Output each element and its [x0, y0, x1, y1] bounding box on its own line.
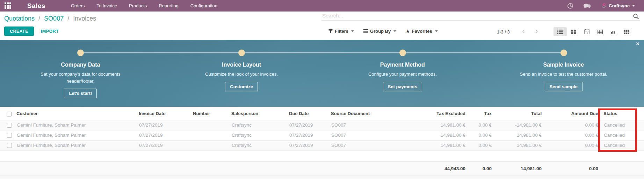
customize-button[interactable]: Customize	[225, 82, 258, 91]
import-button[interactable]: IMPORT	[39, 27, 60, 36]
set-payments-button[interactable]: Set payments	[383, 82, 422, 91]
step-dot-icon	[560, 50, 567, 56]
cell-status: Cancelled	[601, 120, 644, 130]
row-checkbox[interactable]	[7, 143, 12, 148]
col-header-tax-excluded[interactable]: Tax Excluded	[390, 107, 468, 120]
cell-number	[190, 120, 229, 130]
group-by-dropdown[interactable]: Group By	[363, 29, 396, 34]
menu-orders[interactable]: Orders	[71, 3, 85, 8]
search-controls: Filters Group By ★ Favorites	[328, 29, 438, 34]
cell-total: 14,981.00 €	[494, 140, 544, 150]
breadcrumb-quotations[interactable]: Quotations	[4, 15, 35, 22]
chevron-down-icon	[435, 30, 438, 32]
send-sample-button[interactable]: Send sample	[545, 82, 583, 91]
col-header-number[interactable]: Number	[190, 107, 229, 120]
cell-due-date: 07/27/2019	[287, 140, 328, 150]
filters-dropdown[interactable]: Filters	[328, 29, 354, 34]
pager-range: 1-3 / 3	[497, 29, 510, 35]
step-description: Configure your payment methods.	[357, 71, 448, 78]
pivot-view-button[interactable]	[593, 27, 607, 36]
total-total: 14,981.00	[494, 162, 544, 176]
cell-amount-due: 0.00 €	[544, 130, 601, 140]
col-header-invoice-date[interactable]: Invoice Date	[136, 107, 190, 120]
breadcrumb-separator: /	[67, 15, 69, 22]
cell-amount-due: 0.00 €	[544, 140, 601, 150]
invoice-list-table: Customer Invoice Date Number Salesperson…	[0, 107, 644, 151]
apps-grid-icon[interactable]	[5, 2, 11, 9]
step-description: Send an invoice to test the customer por…	[519, 71, 609, 78]
search-input[interactable]	[321, 13, 622, 18]
col-header-due-date[interactable]: Due Date	[287, 107, 328, 120]
group-by-label: Group By	[370, 29, 391, 34]
total-tax-excluded: 44,943.00	[390, 162, 468, 176]
lets-start-button[interactable]: Let's start!	[64, 89, 97, 98]
user-name: Craftsync	[609, 3, 630, 8]
step-description: Customize the look of your invoices.	[196, 71, 287, 78]
table-row[interactable]: Gemini Furniture, Soham Palmer 07/27/201…	[0, 120, 644, 130]
list-view-button[interactable]	[553, 27, 567, 36]
col-header-status[interactable]: Status	[601, 107, 644, 120]
cell-tax-excluded: 14,981.00 €	[390, 130, 468, 140]
row-checkbox[interactable]	[7, 123, 12, 128]
breadcrumb-so007[interactable]: SO007	[44, 15, 64, 22]
menu-products[interactable]: Products	[129, 3, 147, 8]
kanban-view-button[interactable]	[567, 27, 580, 36]
calendar-view-button[interactable]	[580, 27, 593, 36]
table-row[interactable]: Gemini Furniture, Soham Palmer 07/27/201…	[0, 130, 644, 140]
cell-source-document: SO007	[328, 120, 390, 130]
activity-view-button[interactable]	[620, 27, 633, 36]
col-header-tax[interactable]: Tax	[468, 107, 494, 120]
col-header-salesperson[interactable]: Salesperson	[229, 107, 287, 120]
breadcrumb-current: Invoices	[73, 15, 96, 22]
cell-status: Cancelled	[601, 140, 644, 150]
step-description: Set your company's data for documents he…	[35, 71, 125, 84]
filters-label: Filters	[335, 29, 348, 34]
col-header-source-document[interactable]: Source Document	[328, 107, 390, 120]
step-dot-icon	[238, 50, 245, 56]
col-header-amount-due[interactable]: Amount Due	[544, 107, 601, 120]
messages-chat-icon[interactable]	[583, 3, 591, 9]
menu-reporting[interactable]: Reporting	[159, 3, 178, 8]
cell-status: Cancelled	[601, 130, 644, 140]
step-title: Sample Invoice	[483, 62, 644, 68]
step-title: Company Data	[0, 62, 161, 68]
pager-next-icon[interactable]: ›	[535, 27, 538, 36]
onboarding-step-sample-invoice: Sample Invoice Send an invoice to test t…	[483, 40, 644, 107]
favorites-dropdown[interactable]: ★ Favorites	[406, 29, 437, 34]
row-checkbox[interactable]	[7, 133, 12, 138]
onboarding-banner: × Company Data Set your company's data f…	[0, 40, 644, 107]
menu-to-invoice[interactable]: To Invoice	[96, 3, 117, 8]
cell-source-document: SO007	[328, 140, 390, 150]
col-header-customer[interactable]: Customer	[14, 107, 136, 120]
cell-customer: Gemini Furniture, Soham Palmer	[14, 140, 136, 150]
total-tax: 0.00	[468, 162, 494, 176]
activities-clock-icon[interactable]	[566, 3, 574, 9]
menu-configuration[interactable]: Configuration	[190, 3, 217, 8]
cell-salesperson: Craftsync	[229, 130, 287, 140]
step-title: Payment Method	[322, 62, 483, 68]
search-icon[interactable]	[633, 13, 639, 20]
chevron-down-icon	[351, 30, 354, 32]
cell-source-document: SO007	[328, 130, 390, 140]
app-title[interactable]: Sales	[27, 2, 45, 10]
favorites-label: Favorites	[412, 29, 432, 34]
main-menu: Orders To Invoice Products Reporting Con…	[71, 3, 217, 8]
cell-total: 14,981.00 €	[494, 130, 544, 140]
group-by-icon	[363, 29, 368, 33]
table-row[interactable]: Gemini Furniture, Soham Palmer 07/27/201…	[0, 140, 644, 150]
cell-customer: Gemini Furniture, Soham Palmer	[14, 130, 136, 140]
cell-invoice-date: 07/27/2019	[136, 140, 190, 150]
graph-view-button[interactable]	[607, 27, 620, 36]
user-menu[interactable]: S Craftsync	[602, 3, 635, 9]
step-dot-icon	[399, 50, 406, 56]
cell-salesperson: Craftsync	[229, 120, 287, 130]
cell-tax: 0.00 €	[468, 140, 494, 150]
cell-tax: 0.00 €	[468, 130, 494, 140]
star-icon: ★	[406, 29, 410, 34]
select-all-checkbox[interactable]	[7, 112, 12, 116]
pager-previous-icon[interactable]: ‹	[522, 27, 524, 36]
top-navbar: Sales Orders To Invoice Products Reporti…	[0, 0, 644, 12]
create-button[interactable]: CREATE	[4, 27, 34, 36]
step-title: Invoice Layout	[161, 62, 322, 68]
col-header-total[interactable]: Total	[494, 107, 544, 120]
